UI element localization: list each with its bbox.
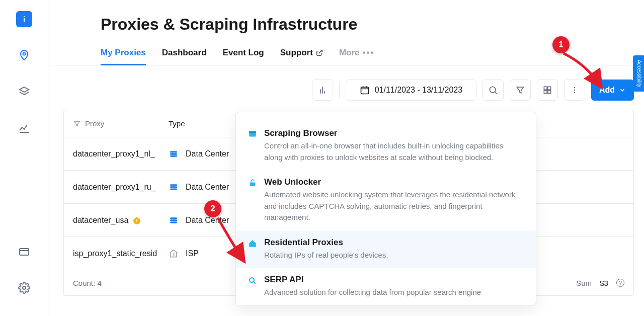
svg-rect-21	[137, 221, 138, 222]
date-range-picker[interactable]: 01/11/2023 - 13/11/2023	[346, 80, 476, 101]
svg-rect-10	[548, 91, 551, 94]
svg-rect-15	[170, 153, 177, 154]
toolbar: 01/11/2023 - 13/11/2023 Add	[48, 65, 644, 110]
svg-rect-20	[137, 219, 138, 221]
search-api-icon	[248, 276, 257, 285]
svg-text:$: $	[173, 253, 175, 256]
search-button[interactable]	[482, 80, 504, 101]
annotation-2: 2	[204, 200, 221, 217]
billing-icon[interactable]	[16, 244, 32, 260]
proxies-icon[interactable]	[16, 47, 32, 63]
datacenter-icon	[169, 215, 179, 225]
activity-icon[interactable]	[16, 120, 32, 136]
svg-rect-3	[20, 249, 29, 255]
svg-rect-24	[170, 221, 177, 223]
layers-icon[interactable]	[16, 84, 32, 100]
add-dropdown-menu: Scraping BrowserControl an all-in-one br…	[235, 112, 536, 306]
tab-my-proxies[interactable]: My Proxies	[101, 48, 146, 65]
svg-rect-27	[249, 131, 256, 133]
more-dots-icon: •••	[363, 48, 375, 58]
dropdown-item-serp-api[interactable]: SERP APIAdvanced solution for collecting…	[236, 268, 536, 305]
svg-point-29	[250, 278, 254, 282]
dropdown-item-web-unlocker[interactable]: Web UnlockerAutomated website unlocking …	[236, 170, 536, 230]
svg-point-6	[490, 87, 496, 93]
help-icon[interactable]: ?	[616, 279, 624, 287]
datacenter-icon	[169, 149, 179, 159]
svg-rect-18	[170, 186, 177, 188]
toolbar-divider	[339, 83, 340, 98]
grid-view-button[interactable]	[537, 80, 558, 101]
svg-rect-8	[548, 87, 551, 90]
svg-rect-1	[24, 16, 25, 17]
unlock-icon	[248, 179, 257, 188]
svg-rect-5	[361, 87, 368, 94]
date-range-text: 01/11/2023 - 13/11/2023	[375, 86, 462, 95]
dropdown-item-scraping-browser[interactable]: Scraping BrowserControl an all-in-one br…	[236, 121, 536, 170]
warning-icon	[132, 216, 141, 225]
datacenter-icon	[169, 182, 179, 192]
svg-rect-28	[250, 183, 256, 187]
arrow-1	[561, 49, 611, 95]
filter-icon[interactable]	[73, 120, 81, 128]
svg-rect-9	[544, 91, 547, 94]
arrow-2	[215, 215, 256, 266]
external-link-icon	[316, 49, 323, 56]
svg-rect-22	[170, 217, 177, 219]
settings-icon[interactable]	[16, 280, 32, 296]
svg-rect-17	[170, 184, 177, 186]
svg-rect-23	[170, 219, 177, 221]
svg-point-2	[23, 53, 25, 55]
chevron-down-icon	[619, 87, 626, 94]
tab-support[interactable]: Support	[280, 48, 323, 65]
svg-rect-16	[170, 155, 177, 156]
tab-more[interactable]: More•••	[339, 48, 374, 65]
svg-rect-19	[170, 188, 177, 190]
svg-rect-7	[544, 87, 547, 90]
isp-icon: $	[169, 249, 179, 259]
sidebar	[0, 0, 48, 316]
annotation-1: 1	[552, 36, 570, 53]
calendar-icon	[360, 85, 370, 95]
page-title: Proxies & Scraping Infrastructure	[48, 15, 644, 34]
tab-event-log[interactable]: Event Log	[223, 48, 264, 65]
dropdown-item-residential-proxies[interactable]: Residential ProxiesRotating IPs of real …	[236, 230, 536, 268]
svg-rect-0	[24, 18, 25, 22]
tab-dashboard[interactable]: Dashboard	[162, 48, 207, 65]
browser-icon	[248, 130, 257, 139]
filter-button[interactable]	[510, 80, 531, 101]
accessibility-tab[interactable]: Accessibility	[633, 55, 644, 92]
info-icon[interactable]	[16, 11, 32, 27]
svg-point-4	[23, 286, 26, 289]
svg-rect-14	[170, 151, 177, 152]
chart-button[interactable]	[312, 80, 333, 101]
